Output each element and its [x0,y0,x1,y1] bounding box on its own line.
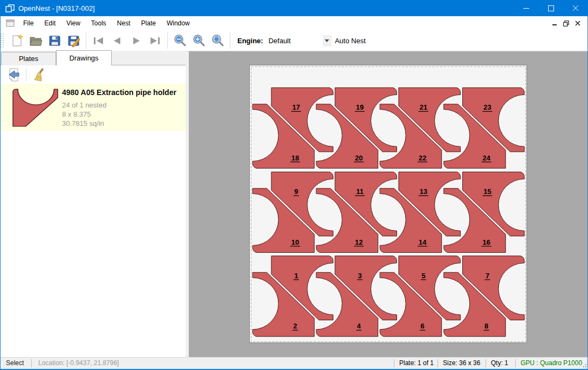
svg-text:17: 17 [292,103,300,111]
svg-text:8: 8 [484,322,488,330]
svg-text:16: 16 [482,238,490,246]
part-thumbnail [12,88,58,127]
status-size: Size: 36 x 36 [443,359,480,367]
status-plate: Plate: 1 of 1 [399,359,434,367]
svg-text:21: 21 [420,103,427,111]
save-as-icon[interactable] [67,34,80,48]
nest-drawing: 171819202122232491011121314151612345678 [250,65,527,343]
app-window: OpenNest - [N0317-002] File Edit View To… [0,0,588,370]
drawings-toolbar [1,66,186,83]
minimize-button[interactable] [514,0,538,16]
engine-select[interactable]: Default [269,37,323,45]
menu-edit[interactable]: Edit [39,17,61,30]
app-icon [5,4,15,13]
left-panel: Plates Drawings [1,51,186,357]
engine-dropdown-arrow[interactable] [323,35,332,46]
save-icon[interactable] [48,34,61,48]
svg-text:23: 23 [483,103,491,111]
auto-nest-button[interactable]: Auto Nest [335,37,366,45]
svg-text:22: 22 [419,154,426,162]
zoom-in-icon[interactable] [192,34,206,48]
resize-grip[interactable] [582,362,587,368]
menu-view[interactable]: View [61,17,86,30]
status-qty: Qty: 1 [491,359,508,367]
prev-plate-icon[interactable] [111,34,124,48]
menu-plate[interactable]: Plate [136,17,161,30]
tab-plates[interactable]: Plates [1,52,56,65]
svg-text:3: 3 [358,272,361,280]
open-icon[interactable] [29,34,43,48]
svg-text:1: 1 [294,272,298,280]
close-button[interactable] [563,0,588,16]
new-icon[interactable] [10,34,24,48]
drawing-title: 4980 A05 Extraction pipe holder [62,88,176,97]
svg-text:6: 6 [421,322,425,330]
svg-text:7: 7 [486,272,489,280]
zoom-fit-icon[interactable] [211,34,224,48]
maximize-button[interactable] [538,0,563,16]
menu-tools[interactable]: Tools [86,17,112,30]
mdi-close-button[interactable] [572,18,583,28]
drawing-area: 30.7815 sq/in [62,119,104,127]
svg-text:19: 19 [356,103,364,111]
svg-text:5: 5 [421,272,425,280]
svg-text:2: 2 [293,322,297,330]
menu-nest[interactable]: Nest [112,17,136,30]
engine-label: Engine: [237,37,263,45]
next-plate-icon[interactable] [129,34,143,48]
svg-text:9: 9 [294,187,298,196]
svg-text:11: 11 [356,187,364,196]
status-bar: Select Location: [-0.9437, 21.8796] Plat… [1,357,587,369]
mdi-child-icon [6,19,15,27]
status-mode: Select [6,359,24,367]
svg-text:12: 12 [355,238,363,246]
svg-text:14: 14 [419,238,427,246]
mdi-minimize-button[interactable] [549,18,560,28]
svg-text:18: 18 [291,154,299,162]
window-title: OpenNest - [N0317-002] [18,4,95,12]
zoom-out-icon[interactable] [173,34,187,48]
first-plate-icon[interactable] [92,34,105,48]
svg-text:20: 20 [355,154,363,162]
svg-text:24: 24 [482,154,490,162]
plate: 171819202122232491011121314151612345678 [249,65,527,343]
tab-drawings[interactable]: Drawings [56,50,112,65]
menu-window[interactable]: Window [161,17,195,30]
drawing-size: 8 x 8.375 [62,110,91,118]
svg-text:13: 13 [420,187,427,196]
toolbar-gripper [1,32,4,49]
svg-text:4: 4 [357,322,361,330]
drawing-list-item[interactable]: 4980 A05 Extraction pipe holder 24 of 1 … [1,84,186,131]
svg-text:15: 15 [483,187,491,196]
clean-icon[interactable] [32,68,45,82]
menu-file[interactable]: File [18,17,39,30]
status-gpu: GPU : Quadro P1000 [521,359,582,367]
title-bar: OpenNest - [N0317-002] [0,0,588,16]
mdi-restore-button[interactable] [560,18,572,28]
main-toolbar: Engine: Default Auto Nest [1,30,587,51]
drawing-nested: 24 of 1 nested [62,101,106,109]
status-location: Location: [-0.9437, 21.8796] [38,359,119,367]
last-plate-icon[interactable] [148,34,162,48]
back-icon[interactable] [7,68,20,82]
tab-strip: Plates Drawings [1,51,186,65]
svg-text:10: 10 [291,238,299,246]
nest-canvas[interactable]: 171819202122232491011121314151612345678 [189,51,587,357]
menu-bar: File Edit View Tools Nest Plate Window [1,16,587,30]
